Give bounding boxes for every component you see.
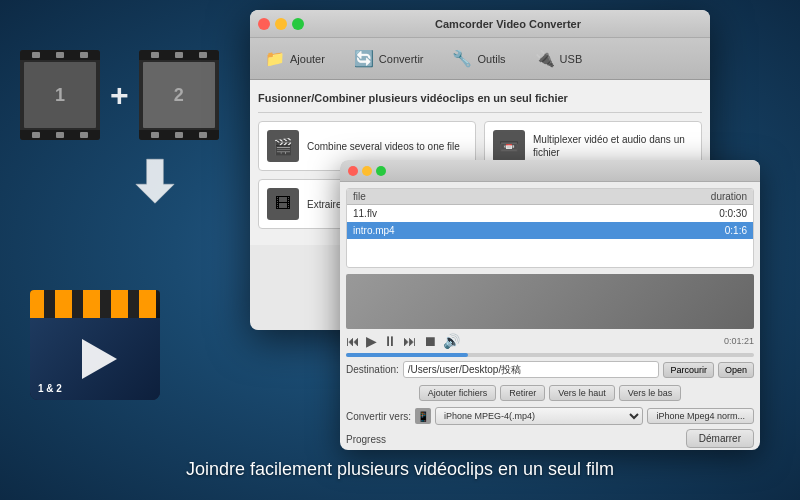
preview-progress-fill [346, 353, 468, 357]
film-frame-label-2: 2 [143, 62, 215, 128]
parcourir-button[interactable]: Parcourir [663, 362, 714, 378]
toolbar-item-usb[interactable]: 🔌 USB [528, 45, 589, 73]
toolbar-label-usb: USB [560, 53, 583, 65]
sub-close-button[interactable] [348, 166, 358, 176]
destination-bar: Destination: Parcourir Open [340, 357, 760, 382]
main-toolbar: 📁 Ajouter 🔄 Convertir 🔧 Outils 🔌 USB [250, 38, 710, 80]
ajouter-icon: 📁 [264, 48, 286, 70]
convertir-icon: 🔄 [353, 48, 375, 70]
ajouter-fichiers-button[interactable]: Ajouter fichiers [419, 385, 497, 401]
destination-label: Destination: [346, 364, 399, 375]
progress-row: Progress Démarrer [340, 428, 760, 450]
file-list-area: file duration 11.flv 0:0:30 intro.mp4 0:… [346, 188, 754, 268]
usb-icon: 🔌 [534, 48, 556, 70]
maximize-button[interactable] [292, 18, 304, 30]
film-hole [199, 132, 207, 138]
file-duration-1: 0:0:30 [697, 208, 747, 219]
film-hole [80, 52, 88, 58]
duration-column-header: duration [697, 191, 747, 202]
open-button[interactable]: Open [718, 362, 754, 378]
preview-inner [346, 274, 754, 329]
stop-button[interactable]: ⏹ [423, 333, 437, 349]
film-strip-2: 2 [139, 50, 219, 140]
window-title: Camcorder Video Converter [314, 18, 702, 30]
time-display: 0:01:21 [724, 336, 754, 346]
bottom-text: Joindre facilement plusieurs vidéoclips … [0, 459, 800, 480]
sub-maximize-button[interactable] [376, 166, 386, 176]
file-row-2[interactable]: intro.mp4 0:1:6 [347, 222, 753, 239]
left-illustration: 1 + 2 [20, 30, 260, 460]
volume-icon[interactable]: 🔊 [443, 333, 460, 349]
film-hole [199, 52, 207, 58]
destination-path-input[interactable] [403, 361, 660, 378]
vers-le-haut-button[interactable]: Vers le haut [549, 385, 615, 401]
clapperboard: 1 & 2 [30, 290, 160, 400]
sub-titlebar [340, 160, 760, 182]
film-hole [80, 132, 88, 138]
window-controls [258, 18, 304, 30]
demarrer-button[interactable]: Démarrer [686, 429, 754, 448]
toolbar-label-ajouter: Ajouter [290, 53, 325, 65]
toolbar-item-ajouter[interactable]: 📁 Ajouter [258, 45, 331, 73]
film-hole [151, 52, 159, 58]
format-select[interactable]: iPhone MPEG-4(.mp4) [435, 407, 643, 425]
film-strips-row: 1 + 2 [20, 50, 260, 140]
extract-icon: 🎞 [267, 188, 299, 220]
combine-icon: 🎬 [267, 130, 299, 162]
film-frame-label: 1 [24, 62, 96, 128]
sub-minimize-button[interactable] [362, 166, 372, 176]
profile-label: iPhone Mpeg4 norm... [647, 408, 754, 424]
close-button[interactable] [258, 18, 270, 30]
film-hole [32, 52, 40, 58]
play-button[interactable]: ▶ [366, 333, 377, 349]
file-dialog-window: file duration 11.flv 0:0:30 intro.mp4 0:… [340, 160, 760, 450]
preview-progress-bar[interactable] [346, 353, 754, 357]
toolbar-label-outils: Outils [477, 53, 505, 65]
clapper-top [30, 290, 160, 318]
skip-back-icon[interactable]: ⏮ [346, 333, 360, 349]
toolbar-item-outils[interactable]: 🔧 Outils [445, 45, 511, 73]
file-duration-2: 0:1:6 [697, 225, 747, 236]
file-name-2: intro.mp4 [353, 225, 697, 236]
pause-button[interactable]: ⏸ [383, 333, 397, 349]
arrow-down-icon [50, 155, 260, 209]
window-titlebar: Camcorder Video Converter [250, 10, 710, 38]
skip-forward-icon[interactable]: ⏭ [403, 333, 417, 349]
format-icon: 📱 [415, 408, 431, 424]
convert-label: Convertir vers: [346, 411, 411, 422]
film-hole [32, 132, 40, 138]
play-triangle-icon [82, 339, 117, 379]
svg-marker-0 [136, 159, 174, 203]
section-title: Fusionner/Combiner plusieurs vidéoclips … [258, 88, 702, 113]
progress-label: Progress [346, 434, 386, 445]
film-hole [175, 52, 183, 58]
file-list-header: file duration [347, 189, 753, 205]
film-hole [56, 52, 64, 58]
minimize-button[interactable] [275, 18, 287, 30]
preview-area [346, 274, 754, 329]
file-column-header: file [353, 191, 697, 202]
convert-row: Convertir vers: 📱 iPhone MPEG-4(.mp4) iP… [340, 404, 760, 428]
toolbar-label-convertir: Convertir [379, 53, 424, 65]
multiplex-text: Multiplexer vidéo et audio dans un fichi… [533, 133, 693, 159]
sub-window-controls [348, 166, 386, 176]
multiplex-icon: 📼 [493, 130, 525, 162]
action-buttons-row: Ajouter fichiers Retirer Vers le haut Ve… [340, 382, 760, 404]
file-row-1[interactable]: 11.flv 0:0:30 [347, 205, 753, 222]
film-hole [175, 132, 183, 138]
film-hole [56, 132, 64, 138]
plus-icon: + [110, 77, 129, 114]
film-hole [151, 132, 159, 138]
clapper-body: 1 & 2 [30, 318, 160, 400]
vers-le-bas-button[interactable]: Vers le bas [619, 385, 682, 401]
clapper-label: 1 & 2 [38, 383, 62, 394]
toolbar-item-convertir[interactable]: 🔄 Convertir [347, 45, 430, 73]
combine-text: Combine several videos to one file [307, 140, 460, 153]
film-strip-1: 1 [20, 50, 100, 140]
playback-controls: ⏮ ▶ ⏸ ⏭ ⏹ 🔊 0:01:21 [340, 329, 760, 353]
file-name-1: 11.flv [353, 208, 697, 219]
retirer-button[interactable]: Retirer [500, 385, 545, 401]
outils-icon: 🔧 [451, 48, 473, 70]
